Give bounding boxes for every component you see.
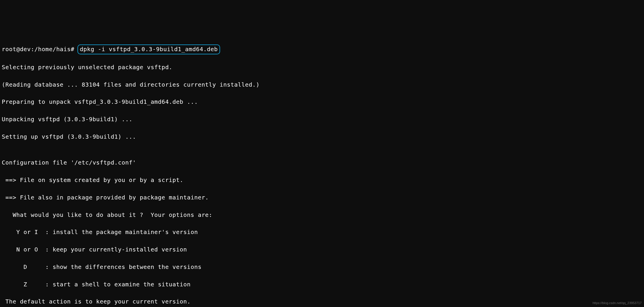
highlighted-command-1: dpkg -i vsftpd_3.0.3-9build1_amd64.deb <box>77 44 220 54</box>
output-line: Configuration file '/etc/vsftpd.conf' <box>2 158 642 167</box>
output-line: Setting up vsftpd (3.0.3-9build1) ... <box>2 133 642 141</box>
output-line: N or O : keep your currently-installed v… <box>2 245 642 254</box>
watermark-text: https://blog.csdn.net/qq_23953717 <box>592 301 642 306</box>
output-line: Y or I : install the package maintainer'… <box>2 228 642 237</box>
output-line: ==> File also in package provided by pac… <box>2 193 642 202</box>
output-line: Unpacking vsftpd (3.0.3-9build1) ... <box>2 115 642 124</box>
output-line: Preparing to unpack vsftpd_3.0.3-9build1… <box>2 98 642 106</box>
prompt-prefix: root@dev:/home/hais# <box>2 46 78 53</box>
output-line: The default action is to keep your curre… <box>2 297 642 306</box>
output-line: Z : start a shell to examine the situati… <box>2 280 642 289</box>
prompt-line-1: root@dev:/home/hais# dpkg -i vsftpd_3.0.… <box>2 44 642 54</box>
output-line: (Reading database ... 83104 files and di… <box>2 81 642 89</box>
output-line: What would you like to do about it ? You… <box>2 211 642 219</box>
output-line: ==> File on system created by you or by … <box>2 176 642 185</box>
terminal-output[interactable]: root@dev:/home/hais# dpkg -i vsftpd_3.0.… <box>2 36 642 307</box>
output-line: Selecting previously unselected package … <box>2 63 642 72</box>
output-line: D : show the differences between the ver… <box>2 263 642 272</box>
